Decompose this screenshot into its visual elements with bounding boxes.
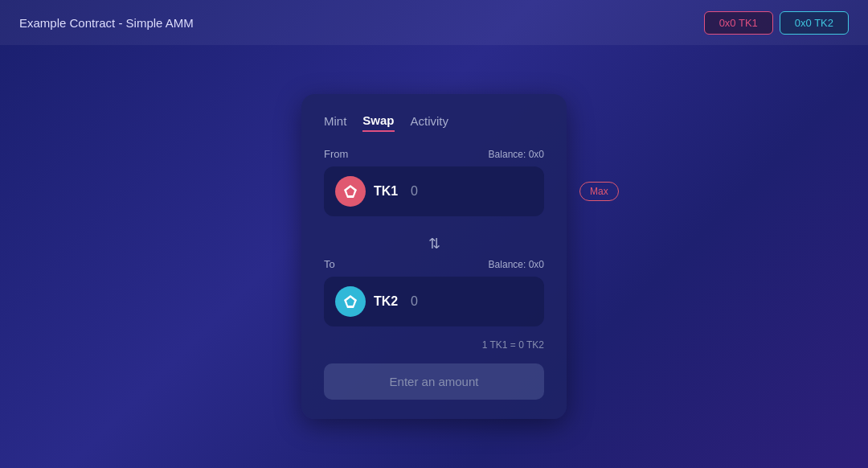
app-title: Example Contract - Simple AMM	[19, 16, 194, 30]
swap-card: Mint Swap Activity From Balance: 0x0 TK1…	[301, 94, 567, 419]
submit-button[interactable]: Enter an amount	[324, 363, 544, 400]
header: Example Contract - Simple AMM 0x0 TK1 0x…	[0, 0, 868, 45]
tk1-icon	[335, 176, 366, 207]
swap-arrow-row: ⇅	[324, 229, 544, 258]
to-section: To Balance: 0x0 TK2	[324, 258, 544, 326]
to-balance: Balance: 0x0	[489, 259, 544, 270]
tk1-amount-input[interactable]	[411, 184, 571, 199]
tk2-wallet-button[interactable]: 0x0 TK2	[780, 11, 849, 35]
to-header-row: To Balance: 0x0	[324, 258, 544, 270]
max-button[interactable]: Max	[579, 182, 619, 201]
from-token-box: TK1 Max	[324, 166, 544, 216]
from-section: From Balance: 0x0 TK1 Max	[324, 148, 544, 216]
tk2-icon	[335, 286, 366, 317]
tk1-name: TK1	[374, 184, 403, 199]
tab-activity[interactable]: Activity	[411, 114, 449, 131]
rate-row: 1 TK1 = 0 TK2	[324, 339, 544, 351]
header-buttons: 0x0 TK1 0x0 TK2	[704, 11, 849, 35]
tk2-name: TK2	[374, 294, 403, 309]
tk2-amount-input[interactable]	[411, 294, 571, 309]
from-label: From	[324, 148, 348, 160]
swap-direction-icon[interactable]: ⇅	[428, 235, 440, 252]
tab-swap[interactable]: Swap	[362, 113, 394, 132]
tk1-wallet-button[interactable]: 0x0 TK1	[704, 11, 773, 35]
from-balance: Balance: 0x0	[489, 149, 544, 160]
exchange-rate: 1 TK1 = 0 TK2	[482, 339, 544, 351]
main-content: Mint Swap Activity From Balance: 0x0 TK1…	[0, 45, 868, 468]
tab-mint[interactable]: Mint	[324, 114, 346, 131]
to-label: To	[324, 258, 335, 270]
from-header-row: From Balance: 0x0	[324, 148, 544, 160]
tab-bar: Mint Swap Activity	[324, 113, 544, 132]
to-token-box: TK2	[324, 277, 544, 326]
